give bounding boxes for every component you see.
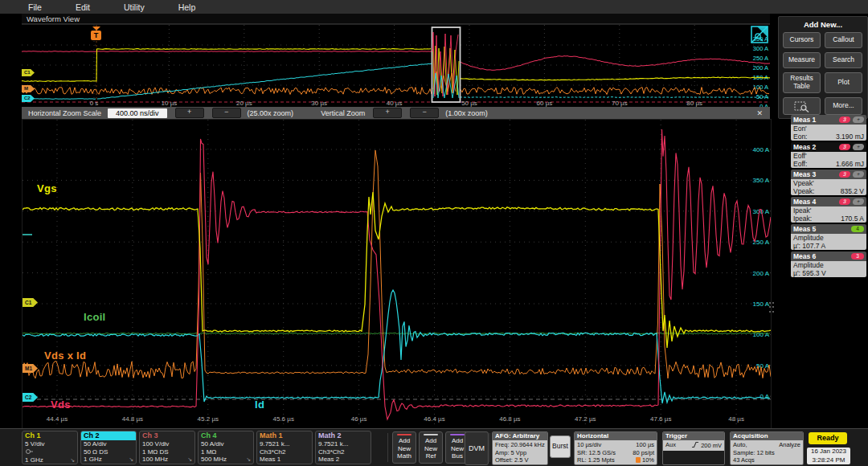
channel-badge-ch2[interactable]: Ch 2 50 A/div 50 Ω DS ↘1 GHz xyxy=(80,431,137,464)
ch4-scale: 50 A/div xyxy=(199,440,253,448)
afg-burst-button[interactable]: Burst xyxy=(550,435,571,458)
measurement-card-3[interactable]: Meas 3 3 + Vpeak' Vpeak: 835.2 V xyxy=(791,170,866,195)
meas3-header[interactable]: Meas 3 3 + xyxy=(791,170,866,179)
meas2-header[interactable]: Meas 2 3 + xyxy=(791,142,866,152)
horizontal-sample-rate: SR: 12.5 GS/s xyxy=(577,449,616,457)
zoom-close-icon[interactable]: ✕ xyxy=(756,109,763,117)
meas3-body: Vpeak' Vpeak: 835.2 V xyxy=(791,179,866,195)
measurement-card-1[interactable]: Meas 1 3 + Eon' Eon: 3.190 mJ xyxy=(791,115,866,141)
dvm-button[interactable]: DVM xyxy=(465,431,489,465)
horizontal-zoom-scale-value[interactable]: 400.00 ns/div xyxy=(108,108,167,118)
measurement-card-5[interactable]: Meas 5 4 Amplitude µ': 107.7 A xyxy=(791,224,866,250)
math1-scale: 9.7521 k... xyxy=(257,440,312,448)
measurement-card-6[interactable]: Meas 6 3 Amplitude µ': 595.3 V xyxy=(791,251,866,277)
channel-badge-ch4[interactable]: Ch 4 50 A/div 1 MΩ ↘500 MHz xyxy=(198,431,254,464)
ch1-scale: 5 V/div xyxy=(23,440,77,448)
ch2-name: Ch 2 xyxy=(81,431,136,440)
measurement-card-4[interactable]: Meas 4 3 + Ipeak' Ipeak: 170.5 A xyxy=(791,197,866,223)
zoom-overview-icon-glyph xyxy=(751,26,768,43)
meas1-add-badge[interactable]: + xyxy=(852,117,865,123)
horizontal-scale: 10 µs/div xyxy=(577,441,601,449)
meas1-header[interactable]: Meas 1 3 + xyxy=(791,115,866,125)
ch2-bandwidth-row: ↘1 GHz xyxy=(81,456,136,464)
meas4-value-row: Ipeak: 170.5 A xyxy=(793,215,864,223)
menu-help[interactable]: Help xyxy=(178,2,196,12)
acquisition-panel[interactable]: Acquisition Auto, Analyze Sample: 12 bit… xyxy=(730,431,804,465)
trigger-title: Trigger xyxy=(663,432,724,440)
cursors-button[interactable]: Cursors xyxy=(783,32,821,48)
channel-badge-math1[interactable]: Math 1 9.7521 k... Ch3*Ch2 Meas 1 xyxy=(256,431,313,464)
math2-scale: 9.7521 k... xyxy=(316,440,371,448)
zoom-select-button[interactable] xyxy=(783,97,821,115)
overview-waveform-canvas[interactable] xyxy=(22,25,770,108)
date-text: 16 Jan 2023 xyxy=(807,448,850,456)
overview-plot[interactable]: T C1 M C2 0 s10 µs20 µs30 µs40 µs50 µs60… xyxy=(22,24,770,108)
main-waveform-canvas[interactable] xyxy=(23,120,771,428)
h-zoom-increase-button[interactable]: + xyxy=(175,108,204,118)
trigger-position-marker[interactable]: T xyxy=(91,27,101,40)
horizontal-body: 10 µs/div 100 µs SR: 12.5 GS/s 80 ps/pt … xyxy=(575,440,657,465)
plot-button[interactable]: Plot xyxy=(825,72,862,93)
panel-drag-handle[interactable] xyxy=(769,302,774,313)
meas4-header[interactable]: Meas 4 3 + xyxy=(791,197,866,206)
meas4-add-badge[interactable]: + xyxy=(852,198,865,205)
afg-panel[interactable]: AFG: Arbitrary Freq: 20.9644 kHz Amp: 5 … xyxy=(492,431,548,465)
horizontal-panel[interactable]: Horizontal 10 µs/div 100 µs SR: 12.5 GS/… xyxy=(574,431,657,465)
meas1-title: Meas 1 xyxy=(793,116,816,124)
meas2-add-badge[interactable]: + xyxy=(852,144,865,150)
search-button[interactable]: Search xyxy=(825,52,862,68)
v-zoom-decrease-button[interactable]: − xyxy=(410,108,439,118)
ch2-bandwidth: 1 GHz xyxy=(84,456,102,463)
meas5-body: Amplitude µ': 107.7 A xyxy=(791,234,866,250)
channel-badge-ch1[interactable]: Ch 1 5 V/div ↘1 GHz xyxy=(22,431,78,464)
meas3-sub: Vpeak' xyxy=(793,179,864,187)
add-new-math-button[interactable]: Add New Math xyxy=(392,431,416,464)
math-color-bar xyxy=(397,434,411,435)
trigger-panel[interactable]: Trigger Aux 200 mV xyxy=(662,431,725,465)
waveform-view-tab[interactable]: Waveform View xyxy=(22,14,770,24)
more-button[interactable]: More... xyxy=(825,97,862,115)
meas3-add-badge[interactable]: + xyxy=(852,171,865,178)
meas1-source-badge: 3 xyxy=(838,117,851,123)
ch3-bandwidth: 100 MHz xyxy=(142,456,168,463)
menu-bar: File Edit Utility Help xyxy=(0,0,868,14)
menu-file[interactable]: File xyxy=(28,2,42,12)
ch2-impedance: 50 Ω DS xyxy=(81,448,136,456)
results-table-button[interactable]: Results Table xyxy=(783,72,821,93)
ch3-scale: 100 V/div xyxy=(140,440,194,448)
zoom-select-icon xyxy=(794,100,810,112)
add-new-ref-button[interactable]: Add New Ref xyxy=(419,431,443,464)
h-zoom-decrease-button[interactable]: − xyxy=(212,108,241,118)
measure-button[interactable]: Measure xyxy=(783,52,821,68)
callout-button[interactable]: Callout xyxy=(825,32,862,48)
meas2-source-badge: 3 xyxy=(838,144,851,150)
meas4-sub: Ipeak' xyxy=(793,206,864,215)
zoom-overview-icon[interactable] xyxy=(751,26,768,47)
menu-utility[interactable]: Utility xyxy=(124,2,145,12)
acquisition-count: 43 Acqs xyxy=(733,456,800,464)
main-waveform-plot[interactable]: Vgs Icoil Vds x Id Vds Id C1 M1 C2 44.4 … xyxy=(22,119,772,429)
afg-freq: Freq: 20.9644 kHz xyxy=(495,441,545,449)
acquisition-mode: Auto, xyxy=(733,441,747,449)
bottom-status-bar: Ch 1 5 V/div ↘1 GHz Ch 2 50 A/div 50 Ω D… xyxy=(0,428,868,466)
meas3-source-badge: 3 xyxy=(838,171,851,178)
rising-edge-icon xyxy=(691,441,699,448)
v-zoom-increase-button[interactable]: + xyxy=(373,108,402,118)
channel-badge-math2[interactable]: Math 2 9.7521 k... Ch3*Ch2 Meas 2 xyxy=(315,431,371,464)
meas5-sub: Amplitude xyxy=(793,234,864,242)
acquisition-sample: Sample: 12 bits xyxy=(733,449,800,457)
measurement-card-2[interactable]: Meas 2 3 + Eoff' Eoff: 1.666 mJ xyxy=(791,142,866,168)
trigger-marker-label: T xyxy=(91,31,101,40)
ch3-bandwidth-row: ↘100 MHz xyxy=(140,456,194,464)
meas6-header[interactable]: Meas 6 3 xyxy=(791,251,866,261)
meas5-header[interactable]: Meas 5 4 xyxy=(791,224,866,234)
meas2-body: Eoff' Eoff: 1.666 mJ xyxy=(791,152,866,168)
menu-edit[interactable]: Edit xyxy=(76,2,90,12)
channel-badge-ch3[interactable]: Ch 3 100 V/div 1 MΩ DS ↘100 MHz xyxy=(139,431,195,464)
probe-setup-icon: ↘ xyxy=(246,456,251,464)
ch4-impedance: 1 MΩ xyxy=(199,448,253,456)
meas1-body: Eon' Eon: 3.190 mJ xyxy=(791,125,866,141)
oscilloscope-app: File Edit Utility Help Waveform View T C… xyxy=(0,0,868,466)
meas6-sub: Amplitude xyxy=(793,261,864,269)
math2-name: Math 2 xyxy=(316,431,371,440)
